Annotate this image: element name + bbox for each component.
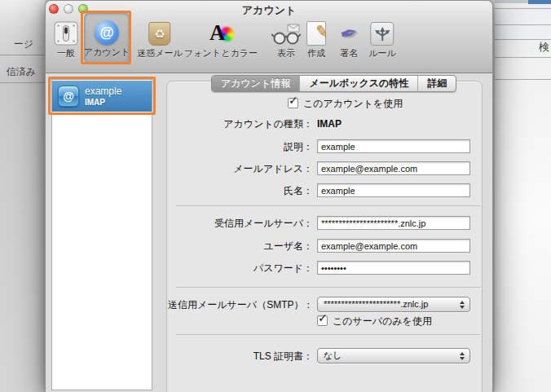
background-window-right: 検: [495, 0, 551, 392]
screenshot-root: ージ 信済み 検 アカウント: [0, 0, 551, 392]
toolbar-item-rules[interactable]: ルール: [368, 15, 396, 59]
divider: [176, 205, 480, 206]
signatures-pen-icon: ✒: [340, 15, 358, 46]
use-account-label: このアカウントを使用: [303, 98, 403, 110]
general-switch-icon: [54, 15, 78, 46]
toolbar-item-signatures[interactable]: ✒ 署名: [340, 15, 358, 59]
password-label: パスワード：: [168, 262, 313, 275]
use-account-checkbox[interactable]: ✓: [288, 98, 298, 108]
account-name: example: [85, 86, 121, 97]
account-type: IMAP: [85, 97, 121, 108]
tab-account-info[interactable]: アカウント情報: [212, 76, 299, 91]
tab-mailbox-behaviors[interactable]: メールボックスの特性: [299, 76, 417, 91]
smtp-server-value: **********************.znlc.jp: [324, 299, 428, 309]
background-search-label: 検: [539, 40, 549, 55]
toolbar-item-general[interactable]: 一般: [54, 15, 78, 59]
description-field[interactable]: [317, 139, 470, 153]
composing-pencil-icon: ✎: [306, 15, 326, 46]
tab-bar: アカウント情報 メールボックスの特性 詳細: [211, 75, 456, 92]
toolbar-item-label: フォントとカラー: [184, 47, 258, 59]
divider: [176, 287, 480, 288]
divider: [0, 55, 45, 55]
rules-arrows-icon: [370, 15, 394, 46]
tls-certificate-value: なし: [324, 350, 342, 360]
full-name-field[interactable]: [317, 183, 470, 197]
accounts-list[interactable]: [51, 79, 152, 390]
toolbar-item-fonts-colors[interactable]: A フォントとカラー: [184, 15, 258, 59]
stepper-arrows-icon: [460, 301, 465, 309]
user-name-field[interactable]: [317, 239, 470, 253]
account-type-value: IMAP: [317, 117, 342, 131]
divider: [495, 24, 551, 25]
full-name-label: 氏名：: [168, 184, 313, 198]
divider: [495, 79, 551, 80]
email-label: メールアドレス：: [168, 162, 313, 176]
account-at-icon: @: [58, 86, 79, 107]
smtp-server-label: 送信用メールサーバ（SMTP）：: [168, 298, 313, 312]
preferences-window: アカウント 一般 @ アカウント: [45, 0, 493, 392]
toolbar-item-label: 署名: [340, 47, 358, 59]
background-partial-label: ージ: [14, 37, 33, 51]
checkmark-icon: ✓: [289, 94, 298, 107]
tab-advanced[interactable]: 詳細: [417, 76, 456, 91]
use-only-server-label: このサーバのみを使用: [333, 315, 432, 328]
preferences-toolbar: アカウント 一般 @ アカウント: [46, 1, 492, 73]
viewing-glasses-icon: [271, 15, 301, 46]
divider: [176, 334, 480, 335]
background-titlebar-fragment: [495, 0, 528, 3]
toolbar-item-viewing[interactable]: 表示: [271, 15, 301, 59]
divider: [495, 57, 551, 58]
background-window-left: ージ 信済み: [0, 0, 45, 392]
user-name-label: ユーザ名：: [168, 240, 313, 253]
toolbar-item-label: 一般: [57, 47, 75, 59]
stepper-arrows-icon: [460, 352, 465, 360]
toolbar-item-junk-mail[interactable]: ♻ 迷惑メール: [137, 15, 183, 59]
fonts-colors-icon: A: [208, 15, 234, 46]
description-label: 説明：: [168, 140, 313, 154]
background-selection-fragment: [528, 0, 551, 4]
toolbar-item-label: 作成: [307, 47, 325, 59]
accounts-at-icon: @: [95, 14, 119, 45]
divider: [495, 8, 551, 9]
toolbar-item-label: ルール: [368, 47, 396, 59]
junk-mail-bag-icon: ♻: [148, 15, 170, 46]
smtp-server-popup[interactable]: **********************.znlc.jp: [317, 297, 470, 312]
toolbar-item-label: 表示: [277, 47, 295, 59]
divider: [0, 82, 45, 83]
toolbar-item-label: アカウント: [84, 46, 130, 59]
toolbar-item-label: 迷惑メール: [137, 47, 183, 59]
account-type-label: アカウントの種類：: [168, 117, 313, 131]
toolbar-item-composing[interactable]: ✎ 作成: [306, 15, 326, 59]
tls-certificate-label: TLS 証明書：: [168, 350, 313, 363]
tls-certificate-popup[interactable]: なし: [317, 348, 470, 363]
checkmark-icon: ✓: [318, 311, 328, 324]
background-sent-mailbox-label: 信済み: [7, 65, 36, 79]
incoming-server-field[interactable]: [317, 216, 470, 230]
email-field[interactable]: [317, 161, 470, 175]
account-list-item-selected[interactable]: @ example IMAP: [52, 81, 152, 112]
incoming-server-label: 受信用メールサーバ：: [168, 217, 313, 231]
use-only-server-checkbox[interactable]: ✓: [317, 315, 328, 326]
toolbar-item-accounts[interactable]: @ アカウント: [84, 14, 130, 59]
password-field[interactable]: [317, 261, 470, 275]
